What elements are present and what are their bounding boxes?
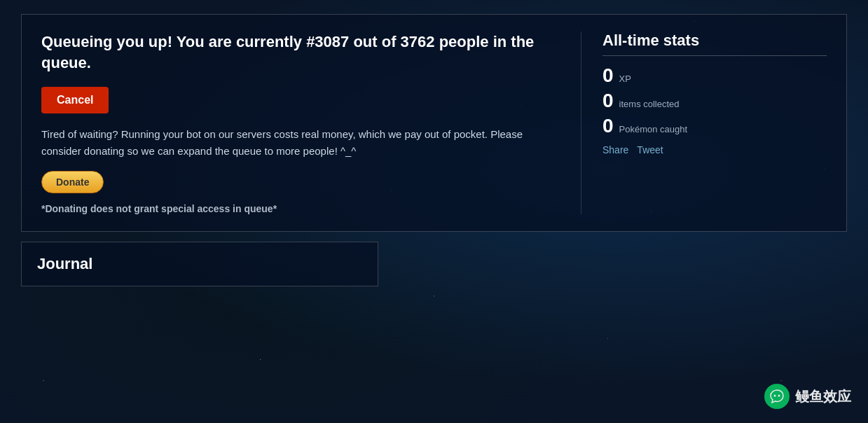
xp-stat-row: 0 XP [602, 66, 827, 85]
pokemon-stat-row: 0 Pokémon caught [602, 116, 827, 136]
xp-label: XP [619, 74, 631, 84]
donate-note: *Donating does not grant special access … [41, 203, 560, 214]
tweet-link[interactable]: Tweet [637, 144, 663, 155]
items-label: items collected [619, 99, 680, 109]
cancel-button[interactable]: Cancel [41, 87, 109, 113]
right-panel: All-time stats 0 XP 0 items collected 0 … [602, 32, 827, 214]
page-wrapper: Queueing you up! You are currently #3087… [0, 0, 868, 300]
wechat-icon [764, 384, 790, 409]
pokemon-label: Pokémon caught [619, 124, 688, 134]
items-stat-row: 0 items collected [602, 91, 827, 111]
xp-value: 0 [602, 66, 614, 85]
vertical-divider [581, 32, 581, 214]
pokemon-value: 0 [602, 116, 614, 136]
watermark-text: 鳗鱼效应 [795, 387, 851, 406]
left-panel: Queueing you up! You are currently #3087… [41, 32, 560, 214]
journal-title: Journal [37, 255, 362, 273]
queue-message: Queueing you up! You are currently #3087… [41, 32, 560, 73]
donate-message: Tired of waiting? Running your bot on ou… [41, 126, 560, 160]
svg-point-0 [774, 395, 776, 397]
main-card: Queueing you up! You are currently #3087… [21, 14, 847, 232]
share-link[interactable]: Share [602, 144, 628, 155]
svg-point-1 [778, 395, 780, 397]
social-row: Share Tweet [602, 144, 827, 155]
donate-button[interactable]: Donate [41, 171, 104, 193]
stats-title: All-time stats [602, 32, 827, 50]
stats-divider [602, 55, 827, 56]
journal-card: Journal [21, 242, 378, 286]
watermark: 鳗鱼效应 [764, 384, 851, 409]
items-value: 0 [602, 91, 614, 111]
